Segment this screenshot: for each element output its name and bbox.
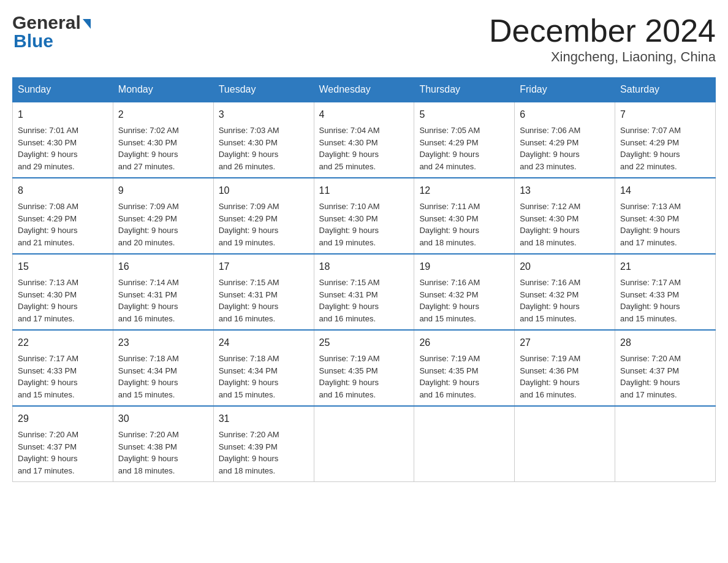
sunrise-text: Sunrise: 7:11 AM <box>419 202 480 211</box>
daylight-text: Daylight: 9 hours <box>419 378 479 387</box>
daylight-text: Daylight: 9 hours <box>118 226 178 235</box>
calendar-cell: 17 Sunrise: 7:15 AM Sunset: 4:31 PM Dayl… <box>213 254 314 330</box>
calendar-cell: 12 Sunrise: 7:11 AM Sunset: 4:30 PM Dayl… <box>414 178 515 254</box>
calendar-week-row: 8 Sunrise: 7:08 AM Sunset: 4:29 PM Dayli… <box>13 178 716 254</box>
calendar-cell: 4 Sunrise: 7:04 AM Sunset: 4:30 PM Dayli… <box>314 102 414 178</box>
day-number: 31 <box>219 412 309 426</box>
title-section: December 2024 Xingcheng, Liaoning, China <box>489 12 716 65</box>
daylight-minutes: and 15 minutes. <box>620 314 677 323</box>
calendar-cell: 9 Sunrise: 7:09 AM Sunset: 4:29 PM Dayli… <box>113 178 213 254</box>
day-number: 25 <box>319 335 409 350</box>
sunset-text: Sunset: 4:38 PM <box>118 442 177 451</box>
sunset-text: Sunset: 4:29 PM <box>18 214 77 223</box>
sunrise-text: Sunrise: 7:15 AM <box>219 278 279 287</box>
day-number: 16 <box>118 259 208 274</box>
sunrise-text: Sunrise: 7:12 AM <box>520 202 580 211</box>
daylight-text: Daylight: 9 hours <box>118 454 178 463</box>
day-number: 22 <box>18 335 108 350</box>
calendar-cell: 24 Sunrise: 7:18 AM Sunset: 4:34 PM Dayl… <box>213 330 314 406</box>
daylight-minutes: and 16 minutes. <box>319 314 376 323</box>
calendar-table: SundayMondayTuesdayWednesdayThursdayFrid… <box>12 77 716 482</box>
daylight-minutes: and 22 minutes. <box>620 162 677 171</box>
daylight-text: Daylight: 9 hours <box>219 454 279 463</box>
daylight-text: Daylight: 9 hours <box>118 150 178 159</box>
calendar-cell: 11 Sunrise: 7:10 AM Sunset: 4:30 PM Dayl… <box>314 178 414 254</box>
day-number: 21 <box>620 259 710 274</box>
daylight-minutes: and 20 minutes. <box>118 238 175 247</box>
calendar-cell: 13 Sunrise: 7:12 AM Sunset: 4:30 PM Dayl… <box>515 178 615 254</box>
daylight-text: Daylight: 9 hours <box>419 302 479 311</box>
day-number: 13 <box>520 183 610 198</box>
sunrise-text: Sunrise: 7:20 AM <box>219 430 279 439</box>
sunrise-text: Sunrise: 7:19 AM <box>520 354 580 363</box>
logo-blue-text: Blue <box>13 31 53 52</box>
sunrise-text: Sunrise: 7:14 AM <box>118 278 179 287</box>
sunset-text: Sunset: 4:30 PM <box>118 138 177 147</box>
calendar-week-row: 1 Sunrise: 7:01 AM Sunset: 4:30 PM Dayli… <box>13 102 716 178</box>
sunrise-text: Sunrise: 7:13 AM <box>620 202 681 211</box>
sunset-text: Sunset: 4:35 PM <box>319 366 378 375</box>
daylight-minutes: and 24 minutes. <box>419 162 476 171</box>
daylight-text: Daylight: 9 hours <box>219 378 279 387</box>
sunset-text: Sunset: 4:30 PM <box>18 138 77 147</box>
calendar-cell: 8 Sunrise: 7:08 AM Sunset: 4:29 PM Dayli… <box>13 178 113 254</box>
daylight-minutes: and 16 minutes. <box>219 314 276 323</box>
sunrise-text: Sunrise: 7:18 AM <box>219 354 279 363</box>
day-number: 30 <box>118 412 208 426</box>
day-number: 24 <box>219 335 309 350</box>
sunrise-text: Sunrise: 7:20 AM <box>620 354 681 363</box>
calendar-cell <box>515 406 615 482</box>
day-number: 5 <box>419 107 509 122</box>
daylight-minutes: and 17 minutes. <box>620 238 677 247</box>
sunrise-text: Sunrise: 7:18 AM <box>118 354 179 363</box>
day-number: 15 <box>18 259 108 274</box>
sunset-text: Sunset: 4:37 PM <box>620 366 679 375</box>
sunrise-text: Sunrise: 7:09 AM <box>118 202 179 211</box>
sunset-text: Sunset: 4:35 PM <box>419 366 478 375</box>
calendar-cell: 25 Sunrise: 7:19 AM Sunset: 4:35 PM Dayl… <box>314 330 414 406</box>
day-number: 9 <box>118 183 208 198</box>
sunrise-text: Sunrise: 7:10 AM <box>319 202 380 211</box>
logo-arrow-icon <box>83 19 91 29</box>
calendar-cell <box>314 406 414 482</box>
daylight-text: Daylight: 9 hours <box>319 226 379 235</box>
weekday-header-saturday: Saturday <box>615 78 716 102</box>
daylight-minutes: and 15 minutes. <box>18 390 75 399</box>
daylight-minutes: and 18 minutes. <box>520 238 577 247</box>
sunset-text: Sunset: 4:31 PM <box>319 290 378 299</box>
day-number: 17 <box>219 259 309 274</box>
daylight-minutes: and 16 minutes. <box>118 314 175 323</box>
day-number: 20 <box>520 259 610 274</box>
daylight-text: Daylight: 9 hours <box>520 302 580 311</box>
sunset-text: Sunset: 4:34 PM <box>118 366 177 375</box>
calendar-cell: 22 Sunrise: 7:17 AM Sunset: 4:33 PM Dayl… <box>13 330 113 406</box>
daylight-minutes: and 18 minutes. <box>118 466 175 475</box>
calendar-cell: 7 Sunrise: 7:07 AM Sunset: 4:29 PM Dayli… <box>615 102 716 178</box>
sunrise-text: Sunrise: 7:16 AM <box>520 278 580 287</box>
calendar-cell: 30 Sunrise: 7:20 AM Sunset: 4:38 PM Dayl… <box>113 406 213 482</box>
sunrise-text: Sunrise: 7:01 AM <box>18 126 78 135</box>
sunrise-text: Sunrise: 7:19 AM <box>419 354 480 363</box>
sunrise-text: Sunrise: 7:17 AM <box>620 278 681 287</box>
daylight-minutes: and 16 minutes. <box>319 390 376 399</box>
daylight-minutes: and 16 minutes. <box>520 390 577 399</box>
daylight-minutes: and 15 minutes. <box>219 390 276 399</box>
sunset-text: Sunset: 4:33 PM <box>620 290 679 299</box>
daylight-text: Daylight: 9 hours <box>18 226 78 235</box>
day-number: 18 <box>319 259 409 274</box>
calendar-cell: 1 Sunrise: 7:01 AM Sunset: 4:30 PM Dayli… <box>13 102 113 178</box>
sunrise-text: Sunrise: 7:09 AM <box>219 202 279 211</box>
calendar-cell: 21 Sunrise: 7:17 AM Sunset: 4:33 PM Dayl… <box>615 254 716 330</box>
daylight-text: Daylight: 9 hours <box>520 378 580 387</box>
calendar-cell: 28 Sunrise: 7:20 AM Sunset: 4:37 PM Dayl… <box>615 330 716 406</box>
day-number: 7 <box>620 107 710 122</box>
sunset-text: Sunset: 4:39 PM <box>219 442 278 451</box>
calendar-header-row: SundayMondayTuesdayWednesdayThursdayFrid… <box>13 78 716 102</box>
calendar-week-row: 22 Sunrise: 7:17 AM Sunset: 4:33 PM Dayl… <box>13 330 716 406</box>
sunset-text: Sunset: 4:31 PM <box>219 290 278 299</box>
daylight-text: Daylight: 9 hours <box>18 454 78 463</box>
day-number: 10 <box>219 183 309 198</box>
sunset-text: Sunset: 4:36 PM <box>520 366 578 375</box>
sunrise-text: Sunrise: 7:06 AM <box>520 126 580 135</box>
page-header: General Blue December 2024 Xingcheng, Li… <box>12 12 716 65</box>
